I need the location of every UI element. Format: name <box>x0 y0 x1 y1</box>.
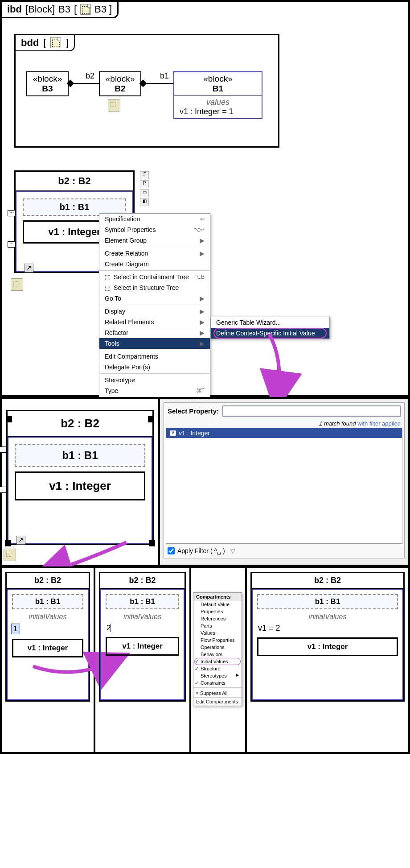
tree-icon: ⬚ <box>105 284 111 290</box>
panel-3-col-3: CompartmentsDefault ValuePropertiesRefer… <box>191 568 247 752</box>
tool-c-icon[interactable]: ◧ <box>140 198 149 206</box>
side-toolbar: :T P ▭ ◧ <box>140 171 150 206</box>
part-b1[interactable]: b1 : B1 <box>106 594 179 609</box>
filter-icon[interactable]: ▽ <box>230 547 235 554</box>
initial-values-label: initialValues <box>10 611 85 623</box>
bdd-icon: ⬚ <box>50 37 61 48</box>
comp-item[interactable]: Flow Properties <box>193 637 242 644</box>
part-v1[interactable]: v1 : Integer <box>257 637 398 656</box>
panel-3-col-2: b2 : B2 b1 : B1 initialValues 2 v1 : Int… <box>95 568 191 752</box>
bracket-open: [ <box>74 4 77 15</box>
menu-item[interactable]: Tools▶ <box>99 338 210 349</box>
submenu-item[interactable]: Generic Table Wizard... <box>211 317 329 328</box>
edit-compartments[interactable]: Edit Compartments <box>193 697 242 706</box>
part-b1[interactable]: b1 : B1 <box>12 594 83 609</box>
ibd-icon: ⬚ <box>80 4 91 15</box>
panel-2-right: Select Property: 1 match found with filt… <box>160 399 408 565</box>
part-b2-small[interactable]: b2 : B2 b1 : B1 initialValues v1 = 2 v1 … <box>250 572 405 702</box>
menu-item[interactable]: Stereotype <box>99 375 210 385</box>
select-prop-input[interactable] <box>222 405 401 417</box>
handle-more-icon[interactable]: ⋯ <box>0 446 7 453</box>
value-icon: V <box>170 430 176 436</box>
tool-text-icon[interactable]: :T <box>140 171 149 179</box>
comp-item[interactable]: References <box>193 615 242 622</box>
block-b3[interactable]: «block» B3 <box>26 71 69 96</box>
panel-2-left: b2 : B2 b1 : B1 v1 : Integer ⋯ − ↗ <box>2 399 160 565</box>
part-b2-small[interactable]: b2 : B2 b1 : B1 initialValues 1 v1 : Int… <box>5 572 90 702</box>
comp-item[interactable]: Operations <box>193 644 242 651</box>
part-b1[interactable]: b1 : B1 <box>257 594 398 609</box>
decorator-icon <box>108 99 120 112</box>
handle-more-icon[interactable]: ⋯ <box>8 210 16 216</box>
property-list[interactable]: V v1 : Integer <box>166 428 402 544</box>
comp-item[interactable]: Parts <box>193 622 242 629</box>
block-b1[interactable]: «block» B1 values v1 : Integer = 1 <box>173 71 262 119</box>
comp-item[interactable]: Stereotypes▶ <box>193 672 242 679</box>
menu-item[interactable]: Type⌘T <box>99 385 210 396</box>
bdd-header-tab: bdd [ ⬚ ] <box>16 35 75 51</box>
menu-item[interactable]: ⬚Select in Containment Tree⌥B <box>99 272 210 282</box>
nav-arrow-icon[interactable]: ↗ <box>25 264 33 273</box>
part-v1[interactable]: v1 : Integer <box>15 471 145 500</box>
handle-minus-icon[interactable]: − <box>8 241 16 248</box>
menu-item[interactable]: Create Relation▶ <box>99 248 210 259</box>
tree-icon: ⬚ <box>105 273 111 280</box>
compartments-menu: CompartmentsDefault ValuePropertiesRefer… <box>193 592 242 706</box>
menu-item[interactable]: Refactor▶ <box>99 327 210 338</box>
comp-header: Compartments <box>193 593 242 601</box>
menu-item[interactable]: Create Diagram <box>99 259 210 269</box>
ibd-name: B3 <box>58 4 70 15</box>
comp-item[interactable]: Structure <box>193 665 242 672</box>
menu-item[interactable]: Delegate Port(s) <box>99 362 210 372</box>
menu-item[interactable]: Go To▶ <box>99 293 210 304</box>
panel-1: ibd [Block] B3 [ ⬚ B3 ] bdd [ ⬚ ] «block… <box>0 0 410 397</box>
initial-value-input[interactable]: 1 <box>11 624 20 634</box>
part-b2-large[interactable]: b2 : B2 b1 : B1 v1 : Integer ⋯ − ↗ <box>6 410 154 545</box>
list-item[interactable]: V v1 : Integer <box>166 428 402 438</box>
values-label: values <box>178 98 258 107</box>
part-b1[interactable]: b1 : B1 <box>15 444 145 467</box>
ibd-kind: ibd <box>7 4 22 15</box>
menu-item[interactable]: ⬚Select in Structure Tree <box>99 282 210 293</box>
menu-item[interactable]: Symbol Properties⌥↩ <box>99 224 210 235</box>
part-v1[interactable]: v1 : Integer <box>106 637 179 656</box>
comp-item[interactable]: Behaviors <box>193 651 242 658</box>
suppress-all[interactable]: ≡ Suppress All <box>193 689 242 697</box>
select-prop-title: Select Property: <box>168 407 219 415</box>
menu-item[interactable]: Edit Compartments <box>99 351 210 362</box>
resize-handle-icon[interactable] <box>5 540 11 546</box>
decorator-icon <box>4 549 16 561</box>
association-b2-b1: b1 <box>141 83 173 84</box>
handle-minus-icon[interactable]: − <box>0 487 7 493</box>
block-b2[interactable]: «block» B2 <box>99 71 141 96</box>
comp-item[interactable]: Properties <box>193 608 242 615</box>
comp-item[interactable]: Constraints <box>193 679 242 686</box>
part-v1[interactable]: v1 : Integer <box>12 639 83 657</box>
comp-item[interactable]: Initial Values <box>193 658 242 665</box>
tool-b-icon[interactable]: ▭ <box>140 189 149 197</box>
part-b2-small[interactable]: b2 : B2 b1 : B1 initialValues 2 v1 : Int… <box>99 572 186 702</box>
initial-values-label: initialValues <box>104 611 181 623</box>
filter-applied-link[interactable]: with filter applied <box>357 420 401 427</box>
menu-item[interactable]: Element Group▶ <box>99 235 210 246</box>
nav-arrow-icon[interactable]: ↗ <box>16 536 25 545</box>
apply-filter-checkbox[interactable] <box>168 547 175 554</box>
tool-p-icon[interactable]: P <box>140 180 149 188</box>
menu-item[interactable]: Specification↩ <box>99 214 210 224</box>
menu-item[interactable]: Related Elements▶ <box>99 317 210 327</box>
comp-item[interactable]: Values <box>193 629 242 637</box>
decorator-icon <box>11 278 23 291</box>
resize-handle-icon[interactable] <box>6 416 12 422</box>
select-property-dialog: Select Property: 1 match found with filt… <box>164 402 405 558</box>
panel-3: b2 : B2 b1 : B1 initialValues 1 v1 : Int… <box>0 566 410 754</box>
comp-item[interactable]: Default Value <box>193 601 242 608</box>
submenu-item[interactable]: Define Context-Specific Initial Value <box>211 328 329 339</box>
resize-handle-icon[interactable] <box>149 540 155 546</box>
panel-2: b2 : B2 b1 : B1 v1 : Integer ⋯ − ↗ Selec… <box>0 397 410 566</box>
ibd-type: [Block] <box>25 4 55 15</box>
menu-item[interactable]: Display▶ <box>99 306 210 317</box>
resize-handle-icon[interactable] <box>148 416 154 422</box>
bdd-kind: bdd <box>21 37 39 49</box>
context-menu: Specification↩Symbol Properties⌥↩Element… <box>99 213 210 429</box>
ibd-header-tab: ibd [Block] B3 [ ⬚ B3 ] <box>2 2 119 18</box>
